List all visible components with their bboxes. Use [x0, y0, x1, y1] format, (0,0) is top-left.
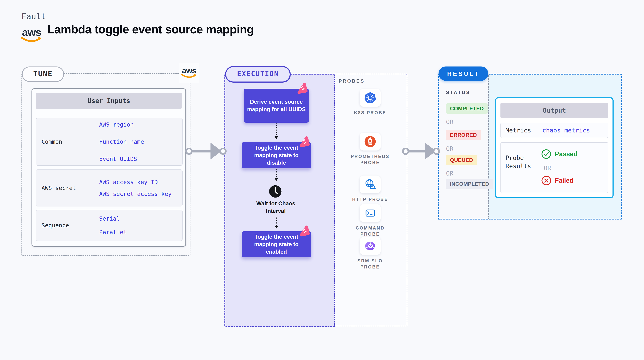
fault-bolt-icon — [295, 83, 308, 95]
or-separator: OR — [446, 118, 454, 126]
connector-ring — [220, 148, 226, 155]
output-header: Output — [500, 103, 608, 118]
dotted-connector — [276, 169, 277, 180]
aws-logo-text: aws — [22, 26, 41, 38]
fault-diagram: Fault aws Lambda toggle event source map… — [0, 0, 644, 360]
or-separator: OR — [544, 165, 551, 172]
status-badge-queued: QUEUED — [446, 155, 477, 165]
probe-tile — [360, 89, 381, 107]
output-card: Output Metrics chaos metrics Probe Resul… — [495, 97, 614, 198]
input-link-event-uuids[interactable]: Event UUIDS — [99, 155, 176, 163]
failed-label: Failed — [555, 177, 574, 184]
probe-name: PROMETHEUS PROBE — [349, 153, 392, 166]
input-row-values: AWS access key ID AWS secret access key — [99, 170, 176, 206]
step-toggle-mapping-disable: Toggle the event mapping state to disabl… — [242, 142, 311, 168]
input-row-label: AWS secret — [42, 170, 76, 206]
execution-pill: EXECUTION — [225, 66, 291, 83]
probe-name: HTTP PROBE — [349, 196, 392, 202]
input-row-aws-secret: AWS secret AWS access key ID AWS secret … — [36, 170, 182, 206]
probe-name: K8S PROBE — [349, 110, 392, 116]
user-inputs-header: User Inputs — [36, 93, 182, 109]
input-link-access-key-id[interactable]: AWS access key ID — [99, 179, 176, 186]
probe-name: SRM SLO PROBE — [349, 258, 392, 270]
flow-arrow-shaft — [192, 150, 212, 153]
prometheus-icon — [364, 135, 377, 148]
probe-item-prometheus: PROMETHEUS PROBE — [349, 133, 392, 166]
fault-bolt-icon — [298, 136, 311, 148]
probe-tile — [360, 204, 381, 222]
probe-item-http: HTTP PROBE — [349, 176, 392, 202]
svg-text:aws: aws — [182, 66, 196, 75]
or-separator: OR — [446, 170, 454, 177]
input-link-parallel[interactable]: Parallel — [99, 229, 176, 236]
dotted-connector — [276, 217, 277, 228]
status-badge-errored: ERRORED — [446, 130, 481, 140]
input-row-values: AWS region Function name Event UUIDS — [99, 118, 176, 165]
probe-results-row: Probe Results Passed OR Failed — [500, 142, 608, 193]
http-globe-icon — [364, 178, 377, 191]
tune-pill: TUNE — [22, 66, 64, 82]
or-separator: OR — [446, 145, 454, 152]
aws-logo-badge: aws — [179, 63, 200, 83]
srm-slo-icon — [364, 239, 377, 253]
input-link-serial[interactable]: Serial — [99, 215, 176, 222]
metrics-row: Metrics chaos metrics — [500, 123, 608, 138]
check-circle-icon — [541, 149, 551, 159]
input-link-aws-region[interactable]: AWS region — [99, 121, 176, 128]
x-circle-icon — [541, 176, 551, 185]
probe-tile — [360, 176, 381, 193]
terminal-icon — [364, 206, 377, 220]
wait-chaos-interval-label: Wait for Chaos Interval — [252, 200, 300, 215]
input-row-sequence: Sequence Serial Parallel — [36, 210, 182, 241]
probe-item-k8s: K8S PROBE — [349, 89, 392, 116]
fault-bolt-icon — [298, 225, 311, 237]
flow-arrow-shaft — [408, 150, 426, 153]
passed-result: Passed — [541, 149, 578, 159]
probe-tile — [360, 237, 381, 255]
input-row-label: Common — [42, 118, 62, 165]
probe-results-label: Probe Results — [506, 154, 538, 170]
clock-icon — [268, 185, 282, 198]
input-link-secret-access-key[interactable]: AWS secret access key — [99, 190, 176, 197]
input-row-label: Sequence — [42, 210, 69, 241]
metrics-label: Metrics — [506, 123, 531, 138]
input-row-values: Serial Parallel — [99, 210, 176, 241]
passed-label: Passed — [555, 150, 578, 158]
step-label: Derive event source mapping for all UUID… — [247, 98, 306, 113]
probe-item-command: COMMAND PROBE — [349, 204, 392, 237]
status-label: STATUS — [446, 90, 470, 95]
probes-title: PROBES — [339, 78, 365, 84]
aws-logo: aws — [20, 26, 43, 45]
page-title: Lambda toggle event source mapping — [47, 22, 254, 36]
step-toggle-mapping-enabled: Toggle the event mapping state to enable… — [242, 231, 311, 257]
failed-result: Failed — [541, 176, 574, 185]
connector-ring — [402, 148, 409, 155]
dotted-connector — [276, 123, 277, 138]
user-inputs-card: User Inputs Common AWS region Function n… — [32, 88, 186, 247]
connector-ring — [433, 148, 440, 155]
aws-swoosh — [22, 38, 40, 41]
chaos-metrics-link[interactable]: chaos metrics — [542, 123, 590, 138]
probe-name: COMMAND PROBE — [349, 225, 392, 237]
input-link-function-name[interactable]: Function name — [99, 138, 176, 145]
probe-item-srm-slo: SRM SLO PROBE — [349, 237, 392, 270]
kubernetes-icon — [364, 91, 377, 104]
status-badge-incompleted: INCOMPLETED — [446, 179, 493, 189]
input-row-common: Common AWS region Function name Event UU… — [36, 118, 182, 166]
step-derive-event-source-mapping: Derive event source mapping for all UUID… — [244, 89, 309, 123]
aws-icon: aws — [180, 66, 198, 80]
fault-kind-label: Fault — [22, 12, 46, 21]
result-pill: RESULT — [438, 66, 488, 81]
connector-ring — [186, 148, 192, 155]
probe-tile — [360, 133, 381, 151]
status-badge-completed: COMPLETED — [446, 103, 488, 114]
